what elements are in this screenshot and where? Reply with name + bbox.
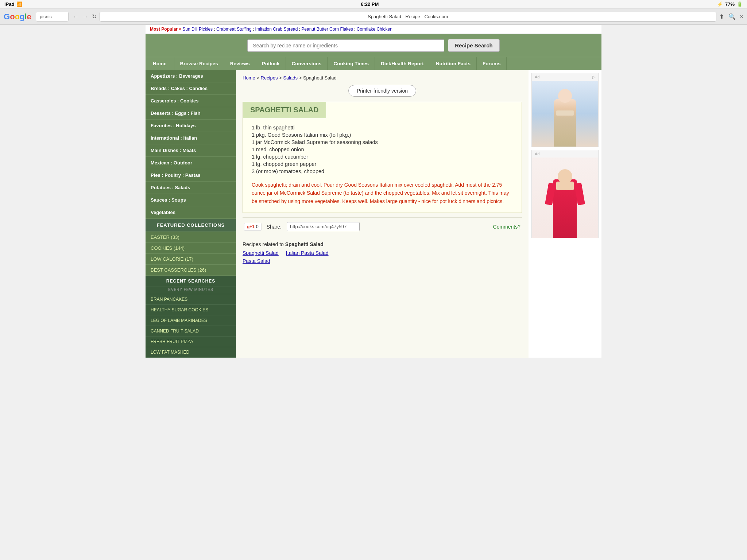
- recipe-instructions: Cook spaghetti; drain and cool. Pour dry…: [252, 181, 513, 205]
- nav-conversions[interactable]: Conversions: [286, 57, 328, 70]
- ad-person-1: [532, 81, 598, 147]
- nav-cooking-times[interactable]: Cooking Times: [328, 57, 375, 70]
- recipe-card: SPAGHETTI SALAD 1 lb. thin spaghetti 1 p…: [243, 102, 522, 213]
- recent-lamb[interactable]: LEG OF LAMB MARINADES: [146, 315, 236, 326]
- sidebar-cat-sauces[interactable]: Sauces : Soups: [146, 194, 236, 206]
- ingredient-5: 1 lg. chopped cucumber: [252, 153, 513, 160]
- popular-link-1[interactable]: Sun Dill Pickles: [182, 27, 213, 32]
- status-right: ⚡ 77% 🔋: [717, 1, 743, 7]
- person-head-1: [558, 89, 572, 103]
- sidebar-cat-mexican[interactable]: Mexican : Outdoor: [146, 157, 236, 169]
- sidebar-cat-desserts[interactable]: Desserts : Eggs : Fish: [146, 107, 236, 120]
- sidebar-cat-casseroles[interactable]: Casseroles : Cookies: [146, 95, 236, 107]
- address-bar[interactable]: Spaghetti Salad - Recipe - Cooks.com: [100, 12, 716, 22]
- popular-link-2[interactable]: Crabmeat Stuffing: [216, 27, 252, 32]
- ipad-label: iPad: [4, 1, 14, 7]
- nav-nutrition[interactable]: Nutrition Facts: [430, 57, 477, 70]
- recent-bran[interactable]: BRAN PANCAKES: [146, 294, 236, 305]
- nav-reviews[interactable]: Reviews: [224, 57, 256, 70]
- related-link-2[interactable]: Italian Pasta Salad: [286, 250, 329, 256]
- collection-casseroles[interactable]: BEST CASSEROLES (26): [146, 265, 236, 276]
- sidebar-cat-breads[interactable]: Breads : Cakes : Candies: [146, 82, 236, 95]
- comments-link[interactable]: Comments?: [493, 224, 520, 230]
- ad-label-2: Ad: [535, 152, 539, 156]
- sidebar-cat-appetizers[interactable]: Appetizers : Beverages: [146, 70, 236, 82]
- collection-cookies[interactable]: COOKIES (144): [146, 243, 236, 254]
- url-bar[interactable]: picnic: [36, 12, 69, 22]
- recent-canned-fruit[interactable]: CANNED FRUIT SALAD: [146, 326, 236, 337]
- recipe-body: 1 lb. thin spaghetti 1 pkg. Good Seasons…: [243, 118, 522, 213]
- sidebar-cat-main[interactable]: Main Dishes : Meats: [146, 144, 236, 157]
- right-sidebar: Ad ▷ freshproduce Ad: [529, 70, 601, 358]
- sidebar-cat-pies[interactable]: Pies : Poultry : Pastas: [146, 169, 236, 182]
- gplus-icon: g+1: [247, 224, 255, 229]
- ingredient-list: 1 lb. thin spaghetti 1 pkg. Good Seasons…: [252, 124, 513, 175]
- sidebar-cat-vegetables[interactable]: Vegetables: [146, 206, 236, 219]
- collection-low-calorie[interactable]: LOW CALORIE (17): [146, 254, 236, 265]
- status-bar: iPad 📶 6:22 PM ⚡ 77% 🔋: [0, 0, 747, 9]
- close-icon[interactable]: ×: [740, 13, 743, 20]
- find-icon[interactable]: 🔍: [728, 13, 736, 20]
- collection-easter[interactable]: EASTER (33): [146, 232, 236, 243]
- recent-sugar-cookies[interactable]: HEALTHY SUGAR COOKIES: [146, 305, 236, 315]
- search-button[interactable]: Recipe Search: [448, 39, 499, 52]
- share-bar: g+1 0 Share: Comments?: [243, 217, 522, 236]
- ingredient-2: 1 pkg. Good Seasons Italian mix (foil pk…: [252, 131, 513, 139]
- nav-forums[interactable]: Forums: [477, 57, 507, 70]
- forward-button[interactable]: →: [82, 13, 88, 20]
- related-recipe-name: Spaghetti Salad: [285, 241, 324, 247]
- related-link-1[interactable]: Spaghetti Salad: [243, 250, 279, 256]
- reload-button[interactable]: ↻: [92, 13, 97, 20]
- nav-bar: Home Browse Recipes Reviews Potluck Conv…: [146, 57, 601, 70]
- main-content: Home > Recipes > Salads > Spaghetti Sala…: [236, 70, 529, 358]
- nav-browse[interactable]: Browse Recipes: [174, 57, 224, 70]
- back-button[interactable]: ←: [73, 13, 79, 20]
- popular-link-5[interactable]: Cornflake Chicken: [357, 27, 392, 32]
- clock: 6:22 PM: [361, 1, 379, 7]
- person-body-1: [554, 99, 576, 147]
- ad-close-icon[interactable]: ▷: [592, 75, 595, 79]
- related-link-3[interactable]: Pasta Salad: [243, 258, 522, 264]
- browser-actions: ⬆ 🔍 ×: [719, 13, 743, 20]
- person-neck-1: [556, 110, 574, 116]
- left-sidebar: Appetizers : Beverages Breads : Cakes : …: [146, 70, 236, 358]
- sidebar-cat-favorites[interactable]: Favorites : Holidays: [146, 120, 236, 132]
- nav-potluck[interactable]: Potluck: [256, 57, 286, 70]
- bluetooth-icon: ⚡: [717, 1, 723, 7]
- sidebar-cat-international[interactable]: International : Italian: [146, 132, 236, 144]
- recent-fruit-pizza[interactable]: FRESH FRUIT PIZZA: [146, 337, 236, 347]
- nav-home[interactable]: Home: [146, 57, 174, 70]
- share-icon[interactable]: ⬆: [719, 13, 724, 20]
- printer-friendly-button[interactable]: Printer-friendly version: [348, 85, 416, 97]
- recent-searches-header: RECENT SEARCHES: [146, 276, 236, 287]
- nav-controls: ← → ↻: [73, 13, 97, 20]
- sidebar-cat-potatoes[interactable]: Potatoes : Salads: [146, 182, 236, 194]
- popular-link-4[interactable]: Peanut Butter Corn Flakes: [301, 27, 353, 32]
- breadcrumb-home[interactable]: Home: [243, 75, 255, 81]
- ingredient-6: 1 lg. chopped green pepper: [252, 160, 513, 168]
- related-section: Recipes related to Spaghetti Salad Spagh…: [243, 241, 522, 264]
- share-url-input[interactable]: [287, 222, 360, 231]
- ingredient-4: 1 med. chopped onion: [252, 146, 513, 153]
- ad-image-1[interactable]: freshproduce: [532, 81, 598, 147]
- breadcrumb-salads[interactable]: Salads: [283, 75, 298, 81]
- gplus-button[interactable]: g+1 0: [244, 223, 262, 231]
- ad-header-1: Ad ▷: [532, 73, 598, 81]
- content-area: Appetizers : Beverages Breads : Cakes : …: [146, 70, 601, 358]
- ad-label-1: Ad: [535, 75, 539, 79]
- battery-icon: 🔋: [737, 1, 743, 7]
- popular-link-3[interactable]: Imitation Crab Spread: [255, 27, 298, 32]
- recent-searches-sub: EVERY FEW MINUTES: [146, 287, 236, 294]
- share-label: Share:: [267, 224, 282, 230]
- recent-low-fat[interactable]: LOW FAT MASHED: [146, 347, 236, 358]
- ad-box-1: Ad ▷ freshproduce: [531, 73, 599, 147]
- status-left: iPad 📶: [4, 1, 22, 7]
- search-query: picnic: [40, 14, 52, 19]
- search-input[interactable]: [247, 39, 444, 52]
- breadcrumb-recipes[interactable]: Recipes: [261, 75, 278, 81]
- nav-diet[interactable]: Diet/Health Report: [375, 57, 430, 70]
- battery-label: 77%: [725, 1, 735, 7]
- ad-image-2[interactable]: [532, 158, 598, 238]
- ad-box-2: Ad: [531, 150, 599, 238]
- person-neck-2: [556, 182, 574, 190]
